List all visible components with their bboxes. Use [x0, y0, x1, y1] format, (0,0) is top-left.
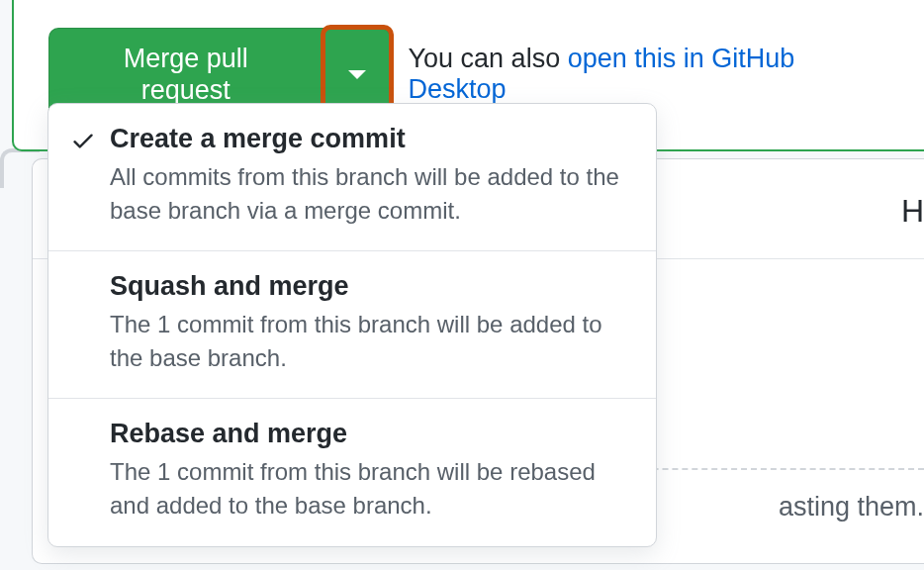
option-create-merge-commit[interactable]: Create a merge commit All commits from t…: [48, 104, 656, 251]
option-squash-and-merge[interactable]: Squash and merge The 1 commit from this …: [48, 251, 656, 399]
check-icon: [70, 128, 96, 153]
hint-prefix: You can also: [409, 44, 568, 73]
option-title: Rebase and merge: [110, 419, 628, 449]
option-title: Create a merge commit: [110, 124, 628, 154]
option-description: All commits from this branch will be add…: [110, 160, 628, 227]
option-description: The 1 commit from this branch will be re…: [110, 455, 628, 522]
merge-dropdown-menu: Create a merge commit All commits from t…: [47, 103, 657, 547]
option-title: Squash and merge: [110, 271, 628, 302]
bg-heading: H: [901, 193, 924, 230]
bg-partial-text: asting them.: [779, 492, 924, 522]
option-rebase-and-merge[interactable]: Rebase and merge The 1 commit from this …: [48, 399, 656, 545]
caret-down-icon: [348, 70, 366, 79]
hint-text: You can also open this in GitHub Desktop: [409, 44, 894, 105]
option-description: The 1 commit from this branch will be ad…: [110, 308, 628, 374]
